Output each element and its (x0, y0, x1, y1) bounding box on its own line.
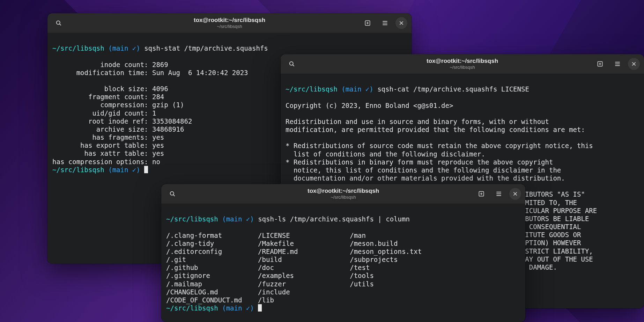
prompt-path: ~/src/libsqsh (52, 166, 104, 174)
cursor (258, 304, 262, 312)
cursor (144, 166, 148, 173)
svg-point-0 (57, 21, 60, 24)
stat-output: inode count: 2869 modification time: Sun… (52, 61, 248, 166)
svg-line-11 (293, 65, 294, 66)
cmd-ls: sqsh-ls /tmp/archive.squashfs | column (254, 215, 410, 223)
cmd-cat: sqsh-cat /tmp/archive.squashfs LICENSE (373, 85, 529, 93)
svg-point-20 (170, 192, 174, 195)
prompt-path: ~/src/libsqsh (286, 85, 338, 93)
terminal-window-ls[interactable]: tox@rootkit:~/src/libsqsh ~/src/libsqsh … (161, 184, 525, 322)
hamburger-menu-icon[interactable] (378, 16, 392, 30)
cmd-stat: sqsh-stat /tmp/archive.squashfs (140, 44, 268, 52)
search-icon[interactable] (285, 57, 299, 71)
window-title: tox@rootkit:~/src/libsqsh (308, 188, 379, 195)
new-tab-icon[interactable] (474, 187, 488, 201)
window-title: tox@rootkit:~/src/libsqsh (194, 17, 265, 24)
prompt-branch-close: ) (136, 44, 140, 52)
prompt-path: ~/src/libsqsh (166, 304, 218, 312)
titlebar[interactable]: tox@rootkit:~/src/libsqsh ~/src/libsqsh (281, 54, 644, 74)
prompt-branch-open: ( (108, 44, 112, 52)
terminal-content[interactable]: ~/src/libsqsh (main ✓) sqsh-ls /tmp/arch… (161, 204, 525, 322)
search-icon[interactable] (165, 187, 179, 201)
search-icon[interactable] (52, 16, 66, 30)
prompt-path: ~/src/libsqsh (52, 44, 104, 52)
svg-point-10 (290, 62, 293, 65)
svg-line-21 (173, 195, 175, 196)
close-icon[interactable] (628, 58, 640, 70)
window-subtitle: ~/src/libsqsh (194, 24, 265, 29)
new-tab-icon[interactable] (361, 16, 375, 30)
hamburger-menu-icon[interactable] (492, 187, 506, 201)
prompt-path: ~/src/libsqsh (166, 215, 218, 223)
prompt-branch: main (112, 44, 128, 52)
close-icon[interactable] (395, 17, 407, 29)
svg-line-1 (60, 24, 61, 25)
prompt-check: ✓ (128, 44, 136, 52)
window-subtitle: ~/src/libsqsh (308, 195, 379, 200)
hamburger-menu-icon[interactable] (610, 57, 624, 71)
titlebar[interactable]: tox@rootkit:~/src/libsqsh ~/src/libsqsh (47, 13, 412, 33)
ls-output: /.clang-format /LICENSE /man /.clang-tid… (166, 232, 422, 304)
close-icon[interactable] (509, 188, 521, 200)
titlebar[interactable]: tox@rootkit:~/src/libsqsh ~/src/libsqsh (161, 184, 525, 204)
window-subtitle: ~/src/libsqsh (427, 65, 498, 70)
window-title: tox@rootkit:~/src/libsqsh (427, 58, 498, 65)
new-tab-icon[interactable] (593, 57, 607, 71)
